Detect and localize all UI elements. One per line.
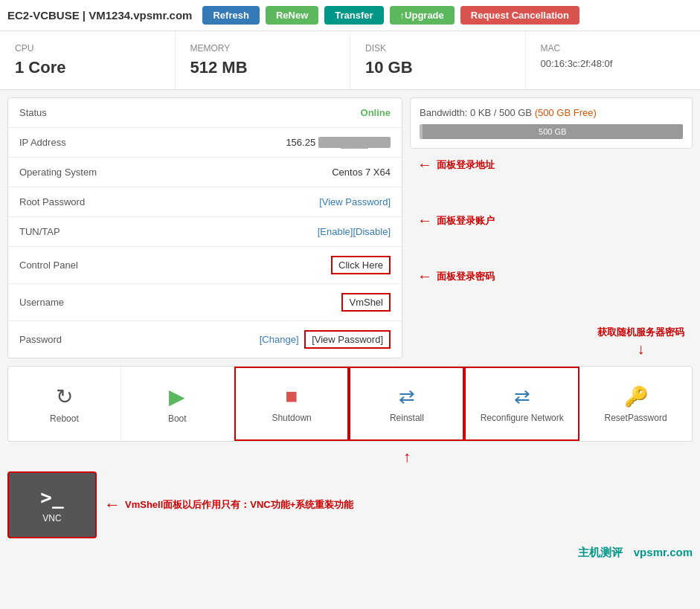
username-value: VmShel	[138, 293, 391, 312]
control-panel-row: Control Panel Click Here	[8, 247, 402, 284]
ip-row: IP Address 156.25████	[8, 128, 402, 158]
upgrade-button[interactable]: ↑Upgrade	[390, 6, 455, 25]
root-password-label: Root Password	[19, 196, 138, 207]
arrow-left3-icon: ←	[417, 268, 432, 285]
reinstall-label: Reinstall	[390, 413, 424, 423]
change-password-link[interactable]: [Change]	[260, 334, 299, 345]
reset-password-icon: 🔑	[624, 385, 648, 408]
boot-action[interactable]: ▶ Boot	[121, 367, 234, 441]
reconfigure-network-action[interactable]: ⇄ Reconfigure Network	[464, 367, 579, 441]
click-here-button[interactable]: Click Here	[331, 256, 391, 274]
reconfigure-icon: ⇄	[514, 385, 530, 408]
brand-domain: vpsmr.com	[634, 546, 693, 560]
status-label: Status	[19, 107, 138, 118]
password-label: Password	[19, 334, 138, 345]
password-value[interactable]: [Change] [View Password]	[138, 330, 391, 349]
reinstall-icon: ⇄	[399, 385, 415, 408]
username-label: Username	[19, 297, 138, 308]
mac-label: MAC	[541, 43, 686, 54]
reinstall-action[interactable]: ⇄ Reinstall ↑	[349, 367, 464, 441]
cpu-value: 1 Core	[15, 58, 160, 77]
page-title: EC2-VCBUSE | VM1234.vpsmr.com	[7, 9, 192, 22]
arrow-left-icon: ←	[417, 156, 432, 173]
bandwidth-free: (500 GB Free)	[535, 107, 597, 118]
vnc-annotation: ← VmShell面板以后作用只有：VNC功能+系统重装功能	[104, 495, 353, 515]
vnc-arrow-icon: ←	[104, 495, 121, 515]
shutdown-action[interactable]: ■ Shutdown	[234, 367, 350, 441]
control-panel-label: Control Panel	[19, 260, 138, 271]
disk-value: 10 GB	[365, 58, 510, 77]
reboot-action[interactable]: ↻ Reboot	[8, 367, 121, 441]
username-display: VmShel	[341, 293, 391, 312]
root-password-row: Root Password [View Password]	[8, 187, 402, 217]
cpu-stat: CPU 1 Core	[0, 31, 176, 89]
bandwidth-label: Bandwidth: 0 KB / 500 GB (500 GB Free)	[420, 107, 683, 118]
tun-tap-label: TUN/TAP	[19, 226, 138, 237]
cpu-label: CPU	[15, 43, 160, 54]
control-panel-value[interactable]: Click Here	[138, 256, 391, 274]
memory-stat: Memory 512 MB	[176, 31, 351, 89]
bandwidth-section: Bandwidth: 0 KB / 500 GB (500 GB Free) 5…	[410, 97, 693, 149]
bandwidth-bar: 500 GB	[420, 124, 683, 139]
username-row: Username VmShel	[8, 284, 402, 321]
vnc-label: VNC	[42, 513, 61, 523]
ip-label: IP Address	[19, 137, 138, 148]
renew-button[interactable]: ReNew	[266, 6, 318, 25]
shutdown-icon: ■	[286, 384, 298, 408]
os-row: Operating System Centos 7 X64	[8, 158, 402, 187]
view-password-button[interactable]: [View Password]	[304, 330, 391, 349]
tun-tap-value[interactable]: [Enable][Disable]	[138, 226, 391, 237]
reinstall-annotation-down: ↑	[403, 448, 411, 465]
arrow-left2-icon: ←	[417, 212, 432, 229]
reconfigure-label: Reconfigure Network	[481, 413, 564, 423]
reset-password-action[interactable]: 🔑 ResetPassword	[579, 367, 692, 441]
transfer-button[interactable]: Transfer	[324, 6, 383, 25]
boot-label: Boot	[168, 413, 187, 424]
actions-bar: ↻ Reboot ▶ Boot ■ Shutdown ⇄ Reinstall ↑…	[7, 366, 693, 442]
tun-tap-row: TUN/TAP [Enable][Disable]	[8, 217, 402, 247]
view-password-link[interactable]: [View Password]	[319, 196, 391, 207]
disk-stat: Disk 10 GB	[350, 31, 526, 89]
vnc-icon: >_	[40, 486, 63, 509]
reboot-label: Reboot	[50, 413, 79, 424]
reset-password-label: ResetPassword	[605, 413, 667, 423]
disk-label: Disk	[365, 43, 510, 54]
refresh-button[interactable]: Refresh	[202, 6, 259, 25]
shutdown-label: Shutdown	[272, 413, 311, 423]
memory-label: Memory	[190, 43, 335, 54]
request-cancellation-button[interactable]: Request Cancellation	[460, 6, 579, 25]
brand-chinese: 主机测评	[578, 546, 623, 560]
status-row: Status Online	[8, 98, 402, 128]
annotation-password: ← 面板登录密码	[417, 268, 693, 285]
os-label: Operating System	[19, 167, 138, 178]
ip-value: 156.25████	[138, 137, 391, 148]
memory-value: 512 MB	[190, 58, 335, 77]
vnc-button[interactable]: >_ VNC	[7, 471, 97, 538]
mac-value: 00:16:3c:2f:48:0f	[541, 58, 686, 69]
root-password-value[interactable]: [View Password]	[138, 196, 391, 207]
os-value: Centos 7 X64	[138, 167, 391, 178]
status-value: Online	[138, 107, 391, 118]
mac-stat: MAC 00:16:3c:2f:48:0f	[526, 31, 701, 89]
reboot-icon: ↻	[56, 384, 73, 409]
boot-icon: ▶	[169, 384, 185, 409]
tun-tap-links[interactable]: [Enable][Disable]	[318, 226, 391, 237]
annotation-control-panel: ← 面板登录地址	[417, 156, 693, 173]
reset-password-annotation: 获取随机服务器密码 ↓	[597, 326, 684, 358]
annotation-username: ← 面板登录账户	[417, 212, 693, 229]
bandwidth-total-bar: 500 GB	[423, 124, 683, 139]
password-row: Password [Change] [View Password]	[8, 321, 402, 358]
